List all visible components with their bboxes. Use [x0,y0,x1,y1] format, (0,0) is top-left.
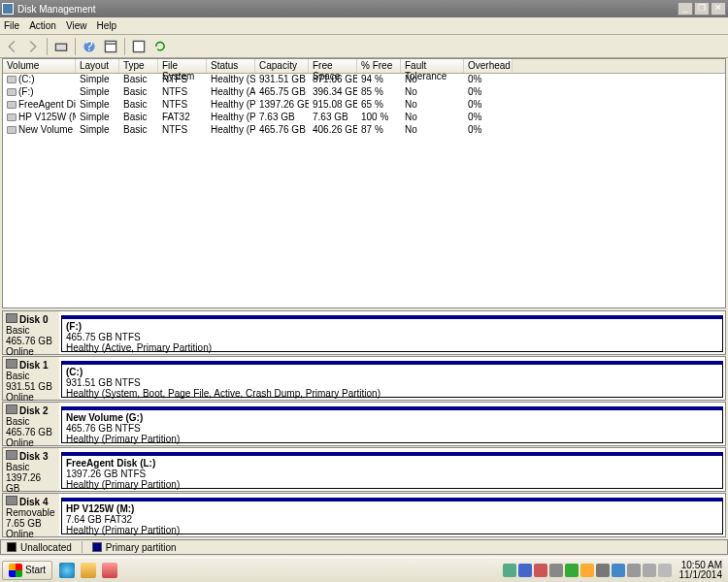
col-layout[interactable]: Layout [76,59,119,73]
back-button [2,37,21,56]
menubar: File Action View Help [0,17,728,35]
titlebar[interactable]: Disk Management _ ❐ ✕ [0,0,728,17]
taskbar[interactable]: Start 10:50 AM 11/1/2014 [0,557,728,582]
col-pct[interactable]: % Free [357,59,401,73]
table-row[interactable]: HP V125W (M:)SimpleBasicFAT32Healthy (P.… [3,112,725,124]
menu-action[interactable]: Action [29,20,56,31]
column-headers: Volume Layout Type File System Status Ca… [3,59,725,74]
properties-button[interactable] [101,37,120,56]
ql-app[interactable] [99,561,120,580]
help-button[interactable]: ? [80,37,99,56]
menu-view[interactable]: View [66,20,87,31]
partition[interactable]: FreeAgent Disk (L:)1397.26 GB NTFSHealth… [61,452,723,489]
col-capacity[interactable]: Capacity [255,59,309,73]
menu-file[interactable]: File [4,20,19,31]
tray-icon[interactable] [643,564,656,577]
col-oh[interactable]: Overhead [464,59,513,73]
maximize-button[interactable]: ❐ [694,2,710,16]
minimize-button[interactable]: _ [678,2,693,16]
clock[interactable]: 10:50 AM 11/1/2014 [674,561,723,580]
table-row[interactable]: (F:)SimpleBasicNTFSHealthy (A...465.75 G… [3,86,725,99]
windows-flag-icon [9,564,22,577]
tray-network-icon[interactable] [612,564,625,577]
volume-list[interactable]: Volume Layout Type File System Status Ca… [2,58,726,308]
start-button[interactable]: Start [2,561,52,580]
disk-block[interactable]: Disk 3Basic1397.26 GBOnlineFreeAgent Dis… [2,447,726,492]
menu-help[interactable]: Help [96,20,116,31]
tray-icon[interactable] [580,564,594,577]
ql-explorer[interactable] [78,561,99,580]
col-free[interactable]: Free Space [309,59,357,73]
svg-text:?: ? [85,40,93,53]
table-row[interactable]: New Volume (G:)SimpleBasicNTFSHealthy (P… [3,124,725,137]
window-title: Disk Management [17,4,677,15]
table-row[interactable]: (C:)SimpleBasicNTFSHealthy (S...931.51 G… [3,74,725,86]
close-button[interactable]: ✕ [711,2,726,16]
disk-info: Disk 2Basic465.76 GBOnline [3,403,59,445]
col-volume[interactable]: Volume [3,59,76,73]
svg-rect-3 [105,41,116,51]
disk-info: Disk 4Removable7.65 GBOnline [3,494,59,536]
action-button[interactable] [129,37,149,56]
col-ft[interactable]: Fault Tolerance [401,59,464,73]
legend: Unallocated Primary partition [0,539,728,555]
tray-icon[interactable] [534,564,547,577]
col-fs[interactable]: File System [158,59,207,73]
forward-button [23,37,43,56]
partition[interactable]: (F:)465.75 GB NTFSHealthy (Active, Prima… [61,315,723,352]
col-type[interactable]: Type [119,59,158,73]
start-label: Start [25,565,46,575]
tray-icon[interactable] [565,564,579,577]
toolbar: ? [0,35,728,58]
disk-info: Disk 3Basic1397.26 GBOnline [3,448,59,491]
legend-unallocated-label: Unallocated [20,542,72,553]
clock-time: 10:50 AM [679,561,723,570]
svg-rect-0 [55,44,66,50]
disk-block[interactable]: Disk 4Removable7.65 GBOnlineHP V125W (M:… [2,493,726,537]
partition[interactable]: (C:)931.51 GB NTFSHealthy (System, Boot,… [61,361,723,398]
legend-primary-label: Primary partition [106,542,177,553]
partition[interactable]: New Volume (G:)465.76 GB NTFSHealthy (Pr… [61,406,723,443]
legend-primary-swatch [92,542,102,552]
disk-info: Disk 0Basic465.76 GBOnline [3,311,59,354]
tray-icon[interactable] [518,564,532,577]
table-row[interactable]: FreeAgent Disk (L:)SimpleBasicNTFSHealth… [3,99,725,112]
clock-date: 11/1/2014 [679,570,723,580]
legend-unallocated-swatch [7,542,17,552]
tray-volume-icon[interactable] [627,564,641,577]
scan-button[interactable] [51,37,71,56]
system-tray[interactable]: 10:50 AM 11/1/2014 [499,561,727,580]
disk-block[interactable]: Disk 0Basic465.76 GBOnline(F:)465.75 GB … [2,310,726,355]
tray-icon[interactable] [549,564,563,577]
disk-block[interactable]: Disk 1Basic931.51 GBOnline(C:)931.51 GB … [2,356,726,401]
disk-graphical-view: Disk 0Basic465.76 GBOnline(F:)465.75 GB … [2,310,726,537]
tray-icon[interactable] [503,564,516,577]
disk-block[interactable]: Disk 2Basic465.76 GBOnlineNew Volume (G:… [2,402,726,446]
svg-rect-5 [133,41,144,51]
partition[interactable]: HP V125W (M:)7.64 GB FAT32Healthy (Prima… [61,498,723,534]
app-icon [2,3,14,15]
col-status[interactable]: Status [207,59,255,73]
ql-ie[interactable] [56,561,78,580]
tray-icon[interactable] [596,564,610,577]
refresh-button[interactable] [150,37,170,56]
tray-icon[interactable] [658,564,672,577]
disk-info: Disk 1Basic931.51 GBOnline [3,357,59,400]
